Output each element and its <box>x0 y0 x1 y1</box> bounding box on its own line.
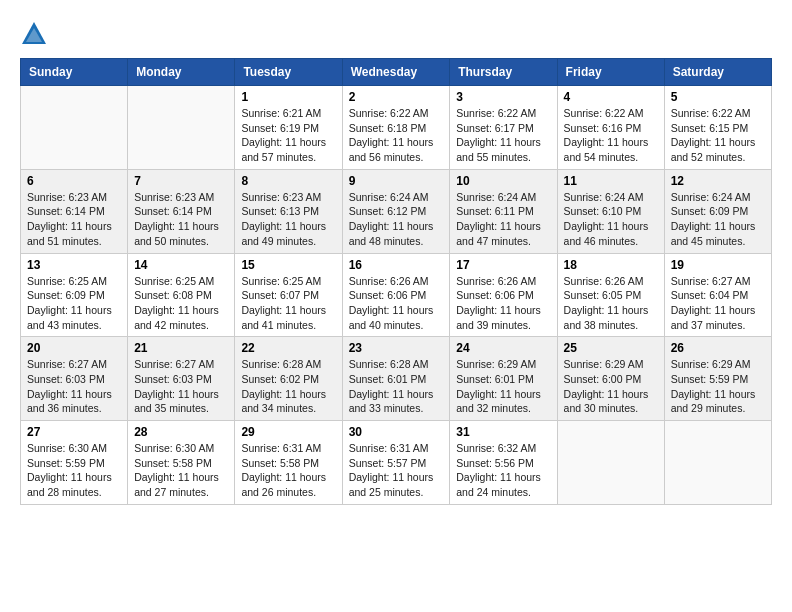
day-number: 11 <box>564 174 658 188</box>
day-info: Sunrise: 6:28 AM Sunset: 6:02 PM Dayligh… <box>241 357 335 416</box>
day-info: Sunrise: 6:22 AM Sunset: 6:15 PM Dayligh… <box>671 106 765 165</box>
calendar-cell: 26Sunrise: 6:29 AM Sunset: 5:59 PM Dayli… <box>664 337 771 421</box>
calendar-cell: 8Sunrise: 6:23 AM Sunset: 6:13 PM Daylig… <box>235 169 342 253</box>
calendar-cell: 22Sunrise: 6:28 AM Sunset: 6:02 PM Dayli… <box>235 337 342 421</box>
logo <box>20 20 52 48</box>
page-header <box>20 20 772 48</box>
weekday-header: Monday <box>128 59 235 86</box>
day-info: Sunrise: 6:27 AM Sunset: 6:04 PM Dayligh… <box>671 274 765 333</box>
day-number: 7 <box>134 174 228 188</box>
calendar-week-row: 1Sunrise: 6:21 AM Sunset: 6:19 PM Daylig… <box>21 86 772 170</box>
day-info: Sunrise: 6:21 AM Sunset: 6:19 PM Dayligh… <box>241 106 335 165</box>
calendar-cell: 7Sunrise: 6:23 AM Sunset: 6:14 PM Daylig… <box>128 169 235 253</box>
calendar-cell <box>557 421 664 505</box>
calendar-cell: 30Sunrise: 6:31 AM Sunset: 5:57 PM Dayli… <box>342 421 450 505</box>
calendar-cell: 13Sunrise: 6:25 AM Sunset: 6:09 PM Dayli… <box>21 253 128 337</box>
calendar-cell: 24Sunrise: 6:29 AM Sunset: 6:01 PM Dayli… <box>450 337 557 421</box>
day-number: 31 <box>456 425 550 439</box>
day-info: Sunrise: 6:24 AM Sunset: 6:10 PM Dayligh… <box>564 190 658 249</box>
calendar-cell: 15Sunrise: 6:25 AM Sunset: 6:07 PM Dayli… <box>235 253 342 337</box>
day-info: Sunrise: 6:29 AM Sunset: 6:01 PM Dayligh… <box>456 357 550 416</box>
day-number: 3 <box>456 90 550 104</box>
calendar-cell: 25Sunrise: 6:29 AM Sunset: 6:00 PM Dayli… <box>557 337 664 421</box>
weekday-header: Tuesday <box>235 59 342 86</box>
day-number: 1 <box>241 90 335 104</box>
weekday-header: Friday <box>557 59 664 86</box>
calendar-header-row: SundayMondayTuesdayWednesdayThursdayFrid… <box>21 59 772 86</box>
day-number: 8 <box>241 174 335 188</box>
calendar-week-row: 20Sunrise: 6:27 AM Sunset: 6:03 PM Dayli… <box>21 337 772 421</box>
day-number: 28 <box>134 425 228 439</box>
calendar-cell: 10Sunrise: 6:24 AM Sunset: 6:11 PM Dayli… <box>450 169 557 253</box>
calendar-cell <box>21 86 128 170</box>
day-info: Sunrise: 6:28 AM Sunset: 6:01 PM Dayligh… <box>349 357 444 416</box>
day-number: 26 <box>671 341 765 355</box>
day-info: Sunrise: 6:24 AM Sunset: 6:11 PM Dayligh… <box>456 190 550 249</box>
weekday-header: Saturday <box>664 59 771 86</box>
day-info: Sunrise: 6:22 AM Sunset: 6:17 PM Dayligh… <box>456 106 550 165</box>
calendar-week-row: 27Sunrise: 6:30 AM Sunset: 5:59 PM Dayli… <box>21 421 772 505</box>
calendar-cell: 1Sunrise: 6:21 AM Sunset: 6:19 PM Daylig… <box>235 86 342 170</box>
calendar-cell: 4Sunrise: 6:22 AM Sunset: 6:16 PM Daylig… <box>557 86 664 170</box>
day-info: Sunrise: 6:22 AM Sunset: 6:18 PM Dayligh… <box>349 106 444 165</box>
day-info: Sunrise: 6:23 AM Sunset: 6:14 PM Dayligh… <box>27 190 121 249</box>
calendar-cell: 17Sunrise: 6:26 AM Sunset: 6:06 PM Dayli… <box>450 253 557 337</box>
logo-icon <box>20 20 48 48</box>
day-number: 21 <box>134 341 228 355</box>
day-info: Sunrise: 6:26 AM Sunset: 6:06 PM Dayligh… <box>349 274 444 333</box>
calendar-cell: 27Sunrise: 6:30 AM Sunset: 5:59 PM Dayli… <box>21 421 128 505</box>
day-number: 18 <box>564 258 658 272</box>
day-number: 29 <box>241 425 335 439</box>
day-number: 16 <box>349 258 444 272</box>
day-number: 19 <box>671 258 765 272</box>
day-number: 17 <box>456 258 550 272</box>
day-info: Sunrise: 6:24 AM Sunset: 6:12 PM Dayligh… <box>349 190 444 249</box>
calendar-week-row: 13Sunrise: 6:25 AM Sunset: 6:09 PM Dayli… <box>21 253 772 337</box>
day-number: 22 <box>241 341 335 355</box>
day-number: 20 <box>27 341 121 355</box>
day-info: Sunrise: 6:22 AM Sunset: 6:16 PM Dayligh… <box>564 106 658 165</box>
day-info: Sunrise: 6:25 AM Sunset: 6:09 PM Dayligh… <box>27 274 121 333</box>
day-info: Sunrise: 6:27 AM Sunset: 6:03 PM Dayligh… <box>27 357 121 416</box>
calendar-cell: 9Sunrise: 6:24 AM Sunset: 6:12 PM Daylig… <box>342 169 450 253</box>
calendar-cell: 12Sunrise: 6:24 AM Sunset: 6:09 PM Dayli… <box>664 169 771 253</box>
weekday-header: Thursday <box>450 59 557 86</box>
weekday-header: Sunday <box>21 59 128 86</box>
day-info: Sunrise: 6:23 AM Sunset: 6:14 PM Dayligh… <box>134 190 228 249</box>
day-number: 10 <box>456 174 550 188</box>
calendar-cell <box>664 421 771 505</box>
calendar-cell: 21Sunrise: 6:27 AM Sunset: 6:03 PM Dayli… <box>128 337 235 421</box>
calendar-cell: 14Sunrise: 6:25 AM Sunset: 6:08 PM Dayli… <box>128 253 235 337</box>
day-info: Sunrise: 6:23 AM Sunset: 6:13 PM Dayligh… <box>241 190 335 249</box>
day-number: 25 <box>564 341 658 355</box>
day-number: 9 <box>349 174 444 188</box>
calendar-cell: 3Sunrise: 6:22 AM Sunset: 6:17 PM Daylig… <box>450 86 557 170</box>
calendar-table: SundayMondayTuesdayWednesdayThursdayFrid… <box>20 58 772 505</box>
calendar-cell <box>128 86 235 170</box>
day-number: 5 <box>671 90 765 104</box>
day-number: 4 <box>564 90 658 104</box>
day-number: 12 <box>671 174 765 188</box>
day-info: Sunrise: 6:30 AM Sunset: 5:59 PM Dayligh… <box>27 441 121 500</box>
calendar-cell: 28Sunrise: 6:30 AM Sunset: 5:58 PM Dayli… <box>128 421 235 505</box>
calendar-header: SundayMondayTuesdayWednesdayThursdayFrid… <box>21 59 772 86</box>
day-number: 15 <box>241 258 335 272</box>
day-info: Sunrise: 6:27 AM Sunset: 6:03 PM Dayligh… <box>134 357 228 416</box>
calendar-cell: 16Sunrise: 6:26 AM Sunset: 6:06 PM Dayli… <box>342 253 450 337</box>
day-number: 13 <box>27 258 121 272</box>
calendar-cell: 29Sunrise: 6:31 AM Sunset: 5:58 PM Dayli… <box>235 421 342 505</box>
day-info: Sunrise: 6:26 AM Sunset: 6:06 PM Dayligh… <box>456 274 550 333</box>
calendar-cell: 20Sunrise: 6:27 AM Sunset: 6:03 PM Dayli… <box>21 337 128 421</box>
weekday-header: Wednesday <box>342 59 450 86</box>
day-number: 2 <box>349 90 444 104</box>
day-number: 23 <box>349 341 444 355</box>
calendar-week-row: 6Sunrise: 6:23 AM Sunset: 6:14 PM Daylig… <box>21 169 772 253</box>
day-info: Sunrise: 6:25 AM Sunset: 6:07 PM Dayligh… <box>241 274 335 333</box>
calendar-cell: 18Sunrise: 6:26 AM Sunset: 6:05 PM Dayli… <box>557 253 664 337</box>
day-info: Sunrise: 6:24 AM Sunset: 6:09 PM Dayligh… <box>671 190 765 249</box>
day-number: 6 <box>27 174 121 188</box>
day-info: Sunrise: 6:31 AM Sunset: 5:57 PM Dayligh… <box>349 441 444 500</box>
calendar-body: 1Sunrise: 6:21 AM Sunset: 6:19 PM Daylig… <box>21 86 772 505</box>
day-number: 27 <box>27 425 121 439</box>
calendar-cell: 5Sunrise: 6:22 AM Sunset: 6:15 PM Daylig… <box>664 86 771 170</box>
